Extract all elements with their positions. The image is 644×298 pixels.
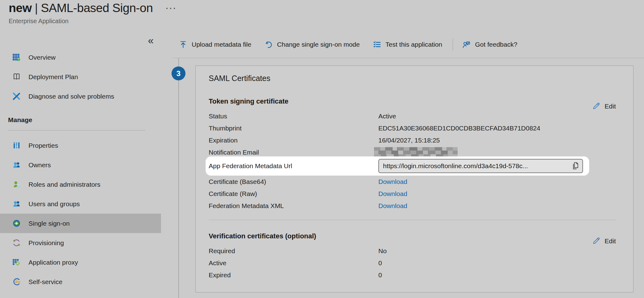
status-row: Status Active (209, 110, 616, 122)
sidebar-item-label: Deployment Plan (28, 73, 78, 81)
sidebar-item-label: Single sign-on (28, 220, 70, 227)
sidebar-item-properties[interactable]: Properties (0, 136, 161, 155)
verification-section-heading: Verification certificates (optional) (209, 232, 316, 241)
copy-icon[interactable] (571, 161, 580, 171)
status-value: Active (378, 113, 616, 120)
sidebar-item-label: Application proxy (28, 259, 78, 266)
saml-certificates-card: SAML Certificates Token signing certific… (195, 66, 633, 292)
checklist-icon (373, 40, 381, 49)
card-title: SAML Certificates (209, 74, 616, 83)
edit-label: Edit (605, 103, 616, 110)
row-label: Thumbprint (209, 125, 378, 132)
people-icon (12, 200, 21, 208)
book-icon (12, 73, 21, 81)
proxy-grid-diamond-icon (12, 258, 21, 266)
sidebar-item-label: Roles and administrators (28, 181, 100, 188)
sidebar-nav: Overview Deployment Plan Diagnose and so… (0, 48, 161, 292)
toolbar-divider (453, 38, 453, 51)
edit-pencil-icon (592, 102, 600, 110)
page-title: new|SAML-based Sign-on (9, 1, 153, 15)
test-application-button[interactable]: Test this application (373, 40, 442, 49)
required-value: No (378, 247, 616, 255)
undo-arrow-icon (264, 40, 273, 49)
sso-main-area: 3 SAML Certificates Token signing certif… (161, 58, 644, 298)
sidebar-item-label: Provisioning (28, 239, 64, 247)
expired-value: 0 (378, 271, 616, 279)
more-menu-icon[interactable]: ··· (166, 4, 177, 13)
toolbar-item-label: Test this application (385, 41, 442, 48)
sidebar-item-provisioning[interactable]: Provisioning (0, 233, 161, 253)
toolbar-item-label: Got feedback? (475, 41, 517, 48)
toolbar: Upload metadata file Change single sign-… (161, 31, 644, 58)
upload-icon (179, 40, 187, 49)
sidebar: « Overview Deployment Plan Diagnose and … (0, 31, 161, 298)
sidebar-item-deployment-plan[interactable]: Deployment Plan (0, 67, 161, 87)
app-federation-metadata-url-row: App Federation Metadata Url https://logi… (209, 156, 616, 176)
card-section-divider (209, 220, 616, 220)
row-label: Active (209, 259, 378, 267)
change-sso-mode-button[interactable]: Change single sign-on mode (264, 40, 360, 49)
sidebar-item-label: Users and groups (28, 200, 80, 208)
sidebar-item-self-service[interactable]: Self-service (0, 272, 161, 292)
row-label: Status (209, 113, 378, 120)
sidebar-section-manage: Manage (8, 114, 161, 126)
page-subtitle: Enterprise Application (9, 18, 177, 25)
expired-row: Expired 0 (209, 269, 616, 281)
edit-pencil-icon (592, 237, 600, 245)
saml-sign-on-page: new|SAML-based Sign-on ··· Enterprise Ap… (0, 0, 644, 298)
properties-bars-icon (12, 141, 21, 150)
expiration-value: 16/04/2027, 15:18:25 (378, 137, 616, 144)
token-certificate-rows: Status Active Thumbprint EDC51A30E36068E… (209, 110, 616, 212)
verification-section-header: Verification certificates (optional) Edi… (209, 232, 616, 241)
sidebar-item-label: Diagnose and solve problems (28, 93, 114, 100)
person-feedback-icon (462, 40, 471, 49)
step-badge: 3 (172, 66, 185, 80)
key-icon (12, 278, 21, 286)
download-raw-link[interactable]: Download (378, 190, 616, 198)
app-name: new (9, 1, 32, 15)
download-base64-link[interactable]: Download (378, 178, 616, 185)
certificate-raw-row: Certificate (Raw) Download (209, 188, 616, 200)
sidebar-divider (8, 130, 146, 130)
got-feedback-button[interactable]: Got feedback? (462, 40, 517, 49)
toolbar-item-label: Change single sign-on mode (277, 41, 360, 48)
sidebar-item-users-groups[interactable]: Users and groups (0, 194, 161, 214)
overview-grid-globe-icon (12, 53, 21, 62)
sync-icon (12, 239, 21, 247)
thumbprint-row: Thumbprint EDC51A30E36068ED1CD0CDB3BECFA… (209, 122, 616, 134)
certificate-base64-row: Certificate (Base64) Download (209, 176, 616, 188)
row-label: Notification Email (209, 149, 378, 156)
metadata-url-value: https://login.microsoftonline.com/d3a4c1… (383, 162, 569, 170)
sidebar-item-single-sign-on[interactable]: Single sign-on (0, 214, 161, 233)
title-separator: | (35, 1, 38, 15)
content-pane: Upload metadata file Change single sign-… (161, 31, 644, 298)
thumbprint-value: EDC51A30E36068ED1CD0CDB3BECFAD34B71D0824 (378, 125, 616, 132)
token-section-heading: Token signing certificate (209, 97, 289, 106)
sidebar-item-diagnose[interactable]: Diagnose and solve problems (0, 87, 161, 106)
expiration-row: Expiration 16/04/2027, 15:18:25 (209, 134, 616, 146)
edit-token-certificate-button[interactable]: Edit (592, 102, 616, 110)
row-label: App Federation Metadata Url (209, 162, 378, 170)
row-label: Expired (209, 271, 378, 279)
sidebar-item-label: Properties (28, 142, 58, 149)
verification-rows: Required No Active 0 Expired 0 (209, 245, 616, 281)
edit-verification-certificates-button[interactable]: Edit (592, 237, 616, 245)
tools-icon (12, 92, 21, 100)
people-icon (12, 161, 21, 169)
sidebar-item-owners[interactable]: Owners (0, 155, 161, 175)
toolbar-item-label: Upload metadata file (192, 41, 251, 48)
federation-metadata-xml-row: Federation Metadata XML Download (209, 200, 616, 212)
upload-metadata-button[interactable]: Upload metadata file (179, 40, 251, 49)
blade-name: SAML-based Sign-on (41, 1, 153, 15)
download-federation-xml-link[interactable]: Download (378, 202, 616, 210)
sidebar-item-roles[interactable]: Roles and administrators (0, 175, 161, 194)
metadata-url-input[interactable]: https://login.microsoftonline.com/d3a4c1… (378, 159, 583, 173)
row-label: Required (209, 247, 378, 255)
collapse-sidebar-icon[interactable]: « (148, 35, 154, 45)
sidebar-item-application-proxy[interactable]: Application proxy (0, 253, 161, 272)
page-header: new|SAML-based Sign-on ··· Enterprise Ap… (9, 1, 177, 25)
sign-in-icon (12, 219, 21, 228)
sidebar-item-overview[interactable]: Overview (0, 48, 161, 67)
required-row: Required No (209, 245, 616, 257)
row-label: Certificate (Base64) (209, 178, 378, 185)
